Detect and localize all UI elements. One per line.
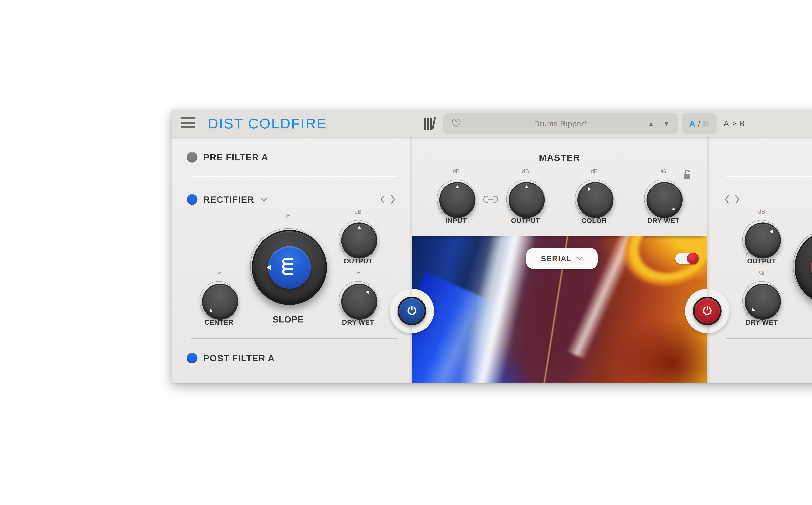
engine-b-prev-next [724,194,740,205]
knob-unit: % [239,213,337,219]
engine-a-selector-row: RECTIFIER [187,194,268,205]
artwork-panel: SERIAL [412,236,707,382]
a-to-b-copy-button[interactable]: A > B [724,110,745,137]
preset-name[interactable]: Drums Ripper* [443,113,678,134]
divider [726,338,812,339]
knob-pointer [253,231,326,304]
knob-unit: % [782,213,812,219]
artwork-streak [453,236,538,382]
knob-label: DRIVE [774,314,812,325]
routing-selector[interactable]: SERIAL [526,248,598,269]
knob-label: COLOR [558,217,630,224]
knob-unit: dB [734,208,789,215]
preset-library-icon[interactable] [424,117,440,131]
divider [191,338,397,339]
post-filter-a-label[interactable]: POST FILTER A [203,353,275,363]
engine-b-output-knob[interactable]: dBOUTPUT [741,218,783,261]
knob-unit: dB [429,168,484,175]
engine-b-power-button[interactable] [693,297,721,325]
knob-label: OUTPUT [726,257,797,265]
knob-label: INPUT [421,217,492,224]
knob-body [745,222,781,259]
plugin-window: DIST COLDFIRE Drums Ripper* ▲ ▼ A / B A … [171,110,812,382]
engine-a-prev-next [380,194,396,205]
engine-a-drywet-knob[interactable]: %DRY WET [337,280,379,322]
knob-unit: % [636,168,691,175]
preset-browser-bar[interactable]: Drums Ripper* ▲ ▼ [443,113,678,134]
knob-body [577,182,613,218]
toggle-knob [687,252,699,264]
post-filter-a-row: POST FILTER A [187,353,275,363]
master-title: MASTER [412,152,707,163]
routing-selector-label: SERIAL [541,254,572,263]
chevron-right-icon[interactable] [735,194,740,204]
master-input-knob[interactable]: dBINPUT [435,178,477,220]
knob-unit: dB [330,208,386,215]
pre-filter-a-label[interactable]: PRE FILTER A [203,152,268,163]
power-icon [700,304,714,318]
knob-pointer [510,183,543,217]
ab-toggle-a[interactable]: A [689,119,695,129]
chevron-down-icon [576,257,583,261]
knob-body [341,222,377,259]
knob-unit: % [734,270,789,276]
plugin-title: DIST COLDFIRE [208,110,327,137]
master-color-knob[interactable]: dBCOLOR [573,178,615,220]
knob-body [509,182,545,218]
chevron-right-icon[interactable] [390,194,396,204]
master-output-knob[interactable]: dBOUTPUT [504,178,547,220]
knob-label: DRY WET [628,217,699,224]
knob-pointer [342,223,376,258]
knob-label: OUTPUT [490,217,561,224]
preset-previous-arrow[interactable]: ▲ [648,113,654,134]
ab-toggle[interactable]: A / B [682,113,716,134]
hamburger-menu-icon[interactable] [181,117,195,130]
knob-unit: % [330,270,386,276]
master-drywet-knob[interactable]: %DRY WET [642,178,684,220]
chevron-left-icon[interactable] [724,194,729,204]
knob-unit: dB [498,168,553,175]
knob-label: OUTPUT [322,257,394,265]
engine-a-selector-label[interactable]: RECTIFIER [203,194,254,205]
ab-toggle-b[interactable]: B [703,119,709,129]
artwork-streak [423,236,504,351]
post-filter-a-enable-dot[interactable] [187,353,197,363]
pre-filter-a-enable-dot[interactable] [187,152,197,163]
knob-body [341,284,377,320]
engine-a-enable-dot[interactable] [187,194,197,205]
knob-unit: % [191,270,247,276]
drive-knob[interactable]: %DRIVE [789,224,812,308]
chevron-down-icon[interactable] [260,197,268,202]
routing-ab-toggle[interactable] [675,253,698,264]
link-io-icon[interactable] [481,194,500,204]
slope-knob[interactable]: %SLOPE [246,224,330,308]
pre-filter-a-row: PRE FILTER A [187,152,268,163]
divider [726,176,812,176]
knob-body [252,230,327,305]
divider [191,176,397,176]
knob-body [439,182,475,218]
power-icon [405,304,419,318]
knob-pointer [441,183,474,217]
header-bar: DIST COLDFIRE Drums Ripper* ▲ ▼ A / B A … [171,110,812,137]
chevron-left-icon[interactable] [380,194,385,204]
preset-next-arrow[interactable]: ▼ [663,113,670,134]
ab-toggle-separator: / [698,119,700,129]
knob-body [647,182,682,218]
knob-unit: dB [566,168,622,175]
engine-a-output-knob[interactable]: dBOUTPUT [337,218,379,261]
engine-a-power-button[interactable] [397,297,426,325]
knob-label: DRY WET [322,318,394,326]
